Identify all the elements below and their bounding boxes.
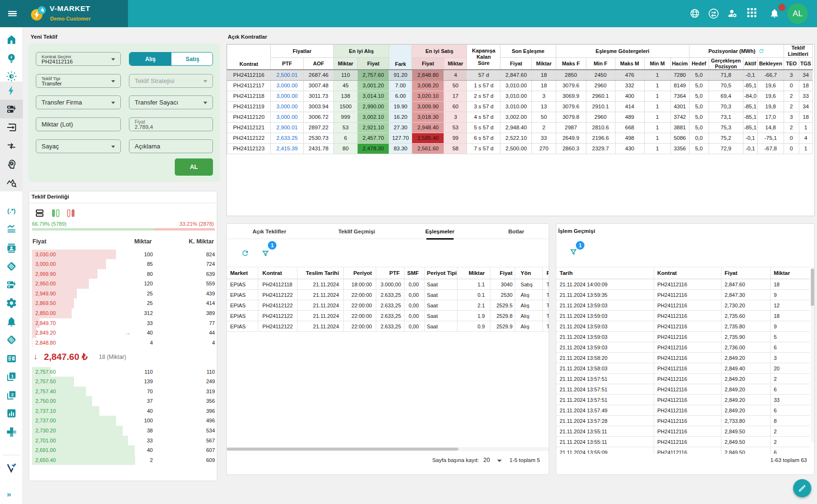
- svg-text:(.*): (.*): [7, 207, 15, 214]
- svg-text:1: 1: [11, 373, 14, 378]
- svg-text:2: 2: [11, 392, 13, 397]
